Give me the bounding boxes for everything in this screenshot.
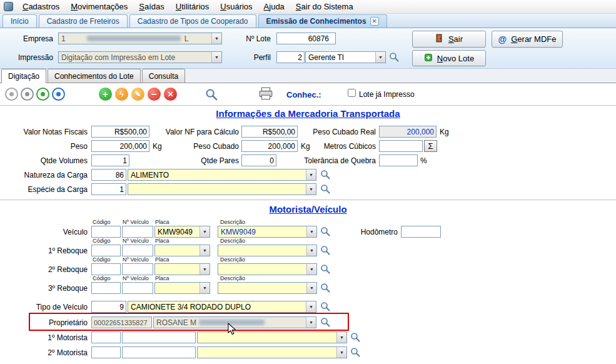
chevron-down-icon[interactable]: ▼ — [211, 33, 221, 44]
nav-last-icon[interactable] — [52, 88, 65, 101]
menu-sair-do-sistema[interactable]: Sair do Sistema — [290, 0, 359, 13]
chevron-down-icon[interactable]: ▼ — [199, 226, 210, 237]
chevron-down-icon[interactable]: ▼ — [199, 283, 210, 293]
perfil-search-icon[interactable] — [389, 52, 400, 63]
reboque2-descricao-combo[interactable]: ▼ — [218, 263, 317, 275]
chevron-down-icon[interactable]: ▼ — [375, 52, 385, 63]
motorista1-doc-input[interactable] — [122, 331, 196, 343]
tab-cadastro-de-freteiros[interactable]: Cadastro de Freteiros — [39, 14, 128, 28]
chevron-down-icon[interactable]: ▼ — [336, 347, 346, 358]
hodometro-input[interactable] — [401, 226, 441, 238]
motorista2-combo[interactable]: ▼ — [197, 346, 347, 358]
chevron-down-icon[interactable]: ▼ — [336, 332, 346, 343]
veiculo-codigo-input[interactable] — [91, 226, 121, 238]
motorista1-search-icon[interactable] — [350, 332, 361, 343]
especie-search-icon[interactable] — [320, 184, 331, 195]
veiculo-search-icon[interactable] — [320, 226, 331, 238]
add-record-icon[interactable]: + — [99, 88, 112, 101]
nlote-input[interactable] — [276, 33, 336, 44]
chevron-down-icon[interactable]: ▼ — [306, 226, 316, 237]
reboque1-descricao-combo[interactable]: ▼ — [218, 245, 317, 256]
motorista2-doc-input[interactable] — [122, 346, 196, 358]
menu-utilitarios[interactable]: Utilitários — [170, 0, 215, 13]
qtde-volumes-input[interactable] — [91, 154, 129, 166]
tipo-veiculo-code-input[interactable] — [91, 301, 126, 313]
reboque1-placa-combo[interactable]: ▼ — [154, 245, 210, 256]
tab-inicio[interactable]: Início — [3, 14, 37, 28]
reboque1-codigo-input[interactable] — [91, 245, 121, 256]
reboque3-search-icon[interactable] — [320, 283, 331, 294]
natureza-search-icon[interactable] — [320, 169, 331, 181]
tolerancia-input[interactable] — [379, 154, 418, 166]
gerar-mdfe-button[interactable]: @ Gerar MDFe — [492, 31, 563, 48]
sigma-sum-button[interactable]: Σ — [424, 140, 437, 152]
reboque3-placa-combo[interactable]: ▼ — [154, 282, 210, 294]
especie-code-input[interactable] — [91, 183, 126, 195]
printer-icon[interactable] — [258, 87, 273, 103]
edit-record-icon[interactable]: ✎ — [131, 88, 144, 101]
tab-emissao-de-conhecimentos[interactable]: Emissão de Conhecimentos ✕ — [258, 14, 387, 28]
nav-first-icon[interactable] — [5, 88, 18, 101]
reboque1-search-icon[interactable] — [320, 245, 331, 256]
perfil-code-input[interactable] — [276, 51, 305, 63]
chevron-down-icon[interactable]: ▼ — [306, 264, 316, 275]
chevron-down-icon[interactable]: ▼ — [199, 264, 210, 275]
reboque2-nveiculo-input[interactable] — [122, 263, 153, 275]
tab-cadastro-de-tipos-de-cooperado[interactable]: Cadastro de Tipos de Cooperado — [129, 14, 256, 28]
empresa-combo[interactable]: 1L ▼ — [58, 33, 222, 44]
subtab-consulta[interactable]: Consulta — [142, 69, 185, 83]
close-tab-icon[interactable]: ✕ — [370, 17, 379, 26]
reboque2-codigo-input[interactable] — [91, 263, 121, 275]
delete-record-icon[interactable]: − — [148, 88, 161, 101]
motorista1-combo[interactable]: ▼ — [197, 331, 347, 343]
natureza-combo[interactable]: ALIMENTO ▼ — [128, 169, 316, 181]
chevron-down-icon[interactable]: ▼ — [306, 317, 316, 328]
natureza-code-input[interactable] — [91, 169, 126, 181]
chevron-down-icon[interactable]: ▼ — [211, 52, 221, 63]
subtab-digitacao[interactable]: Digitação — [1, 69, 46, 83]
perfil-combo[interactable]: Gerente TI ▼ — [305, 51, 386, 63]
reboque2-placa-combo[interactable]: ▼ — [154, 263, 210, 275]
search-icon[interactable] — [205, 88, 218, 101]
qtde-pares-input[interactable] — [241, 154, 276, 166]
veiculo-descricao-combo[interactable]: KMW9049 ▼ — [218, 226, 317, 238]
lote-ja-impresso-checkbox[interactable] — [348, 89, 356, 97]
chevron-down-icon[interactable]: ▼ — [306, 184, 316, 195]
impressao-combo[interactable]: Digitação com Impressão em Lote ▼ — [58, 51, 222, 63]
menu-ajuda[interactable]: Ajuda — [258, 0, 290, 13]
sair-button[interactable]: Sair — [412, 31, 486, 48]
valor-nf-calculo-input[interactable] — [241, 126, 298, 138]
peso-cubado-input[interactable] — [241, 140, 298, 152]
tipo-veiculo-search-icon[interactable] — [320, 301, 331, 313]
novo-lote-button[interactable]: Novo Lote — [412, 50, 486, 66]
chevron-down-icon[interactable]: ▼ — [306, 245, 316, 256]
peso-input[interactable] — [91, 140, 149, 152]
chevron-down-icon[interactable]: ▼ — [306, 301, 316, 312]
menu-cadastros[interactable]: Cadastros — [17, 0, 65, 13]
valor-notas-fiscais-input[interactable] — [91, 126, 149, 138]
subtab-conhecimentos-do-lote[interactable]: Conhecimentos do Lote — [48, 69, 141, 83]
chevron-down-icon[interactable]: ▼ — [199, 245, 210, 256]
menu-saidas[interactable]: Saídas — [133, 0, 169, 13]
nav-next-icon[interactable] — [36, 88, 49, 101]
metros-cubicos-input[interactable] — [379, 140, 423, 152]
nav-prev-icon[interactable] — [21, 88, 34, 101]
veiculo-nveiculo-input[interactable] — [122, 226, 153, 238]
reboque3-descricao-combo[interactable]: ▼ — [218, 282, 317, 294]
tipo-veiculo-combo[interactable]: CAMIONETE 3/4 RODADO DUPLO ▼ — [128, 301, 316, 313]
motorista2-search-icon[interactable] — [350, 347, 361, 358]
especie-combo[interactable]: ▼ — [128, 183, 316, 195]
reboque2-search-icon[interactable] — [320, 264, 331, 275]
menu-movimentacoes[interactable]: Movimentações — [65, 0, 133, 13]
proprietario-search-icon[interactable] — [320, 317, 331, 328]
proprietario-combo[interactable]: ROSANE M ▼ — [153, 316, 316, 328]
cancel-record-icon[interactable]: ✕ — [164, 88, 177, 101]
chevron-down-icon[interactable]: ▼ — [306, 283, 316, 293]
chevron-down-icon[interactable]: ▼ — [306, 169, 316, 180]
lightning-icon[interactable]: ϟ — [115, 88, 128, 101]
reboque3-codigo-input[interactable] — [91, 282, 121, 294]
menu-usuarios[interactable]: Usuários — [215, 0, 258, 13]
reboque1-nveiculo-input[interactable] — [122, 245, 153, 256]
motorista2-codigo-input[interactable] — [91, 346, 121, 358]
veiculo-placa-combo[interactable]: KMW9049 ▼ — [154, 226, 210, 238]
